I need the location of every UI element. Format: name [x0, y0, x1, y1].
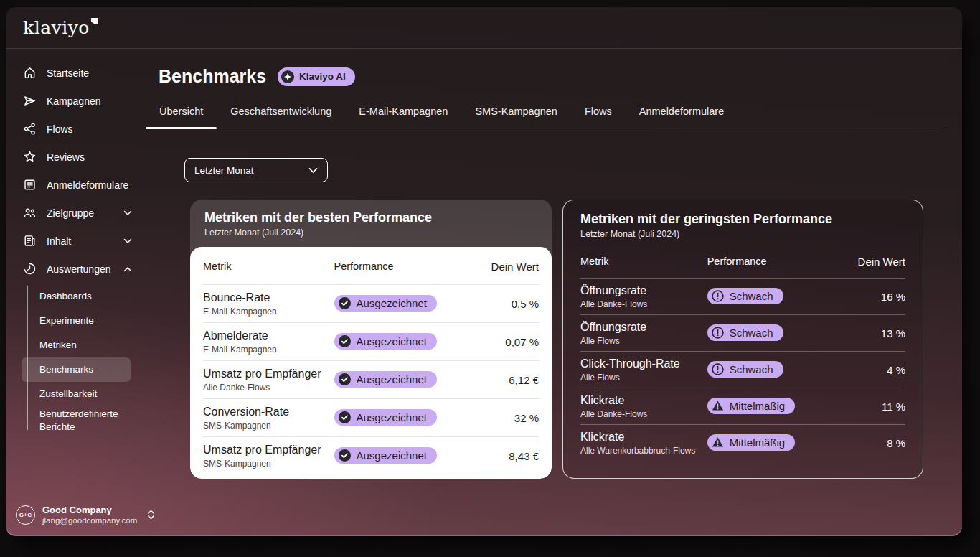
check-circle-icon — [339, 411, 351, 423]
metric-value: 13 % — [831, 327, 905, 340]
sidebar-item-label: Startseite — [47, 67, 89, 79]
main-content: Benchmarks Klaviyo AI ÜbersichtGeschäfts… — [142, 49, 962, 535]
warning-triangle-icon — [712, 436, 724, 449]
tab-anmeldeformulare[interactable]: Anmeldeformulare — [626, 101, 738, 128]
chevron-up-icon — [123, 266, 132, 272]
column-header-value: Dein Wert — [831, 256, 905, 268]
best-rows: Bounce-RateE-Mail-KampagnenAusgezeichnet… — [203, 284, 539, 474]
metric-name: Click-Through-Rate — [580, 357, 703, 370]
sidebar-item-label: Kampagnen — [47, 95, 101, 107]
status-label: Ausgezeichnet — [357, 335, 427, 347]
status-badge: Ausgezeichnet — [334, 371, 437, 388]
tab-bar: ÜbersichtGeschäftsentwicklungE-Mail-Kamp… — [146, 101, 943, 128]
sidebar: StartseiteKampagnenFlowsReviewsAnmeldefo… — [6, 49, 142, 535]
account-switcher[interactable]: G+C Good Company jlang@goodcompany.com — [16, 505, 155, 525]
chevron-down-icon — [123, 238, 132, 244]
table-row: Umsatz pro EmpfängerSMS-KampagnenAusgeze… — [203, 436, 539, 474]
sidebar-item-kampagnen[interactable]: Kampagnen — [6, 87, 142, 115]
metric-value: 8 % — [831, 437, 905, 449]
status-label: Ausgezeichnet — [357, 449, 427, 462]
tab-gesch-ftsentwicklung[interactable]: Geschäftsentwicklung — [217, 101, 345, 128]
status-badge: Ausgezeichnet — [334, 333, 437, 350]
page-title: Benchmarks — [159, 66, 266, 87]
status-label: Schwach — [730, 363, 773, 375]
best-performance-card: Metriken mit der besten Performance Letz… — [190, 200, 552, 479]
metric-cell: KlickrateAlle Warenkorbabbruch-Flows — [580, 430, 707, 456]
metric-scope: Alle Flows — [580, 373, 703, 383]
table-row: AbmelderateE-Mail-KampagnenAusgezeichnet… — [203, 322, 539, 360]
performance-cell: Schwach — [707, 288, 831, 305]
sidebar-item-reviews[interactable]: Reviews — [6, 143, 142, 171]
content-icon — [23, 234, 37, 248]
table-row: Conversion-RateSMS-KampagnenAusgezeichne… — [203, 398, 539, 436]
account-name: Good Company — [42, 505, 137, 515]
sidebar-item-flows[interactable]: Flows — [6, 115, 142, 143]
status-label: Mittelmäßig — [730, 400, 786, 412]
column-header-metric: Metrik — [203, 261, 334, 272]
klaviyo-ai-badge[interactable]: Klaviyo AI — [278, 67, 355, 86]
metric-cell: Conversion-RateSMS-Kampagnen — [203, 405, 334, 431]
performance-cell: Mittelmäßig — [707, 434, 831, 451]
sidebar-subitem-metriken[interactable]: Metriken — [22, 333, 131, 357]
sidebar-item-label: Zielgruppe — [47, 207, 94, 219]
sidebar-item-startseite[interactable]: Startseite — [6, 59, 142, 87]
check-circle-icon — [339, 297, 351, 309]
metric-scope: E-Mail-Kampagnen — [203, 345, 330, 355]
column-header-value: Dein Wert — [461, 261, 539, 273]
metric-scope: Alle Danke-Flows — [580, 299, 703, 309]
status-badge: Schwach — [707, 361, 783, 378]
sidebar-item-anmeldeformulare[interactable]: Anmeldeformulare — [6, 171, 142, 199]
metric-cell: ÖffnungsrateAlle Danke-Flows — [580, 284, 707, 309]
tab--bersicht[interactable]: Übersicht — [146, 101, 217, 128]
sidebar-subitem-benutzerdefinierte-berichte[interactable]: Benutzerdefinierte Berichte — [22, 406, 131, 434]
send-icon — [23, 94, 37, 108]
column-header-performance: Performance — [334, 261, 462, 272]
performance-cell: Schwach — [707, 324, 831, 342]
period-select-value: Letzter Monat — [194, 165, 254, 176]
sidebar-subitem-experimente[interactable]: Experimente — [22, 309, 131, 333]
check-circle-icon — [339, 373, 351, 385]
table-header: Metrik Performance Dein Wert — [203, 248, 539, 284]
table-row: KlickrateAlle Warenkorbabbruch-FlowsMitt… — [580, 424, 905, 461]
metric-cell: AbmelderateE-Mail-Kampagnen — [203, 329, 334, 355]
column-header-performance: Performance — [707, 256, 831, 267]
sidebar-item-label: Anmeldeformulare — [47, 179, 128, 191]
sidebar-subitem-zustellbarkeit[interactable]: Zustellbarkeit — [22, 382, 131, 406]
metric-cell: ÖffnungsrateAlle Flows — [580, 320, 707, 346]
sidebar-item-label: Auswertungen — [47, 263, 111, 275]
metric-scope: Alle Flows — [580, 336, 703, 346]
metric-value: 6,12 € — [461, 374, 539, 386]
metric-name: Klickrate — [580, 393, 703, 407]
metric-value: 32 % — [461, 412, 539, 424]
metric-scope: SMS-Kampagnen — [203, 421, 330, 431]
sidebar-subitem-dashboards[interactable]: Dashboards — [22, 284, 131, 309]
sidebar-item-zielgruppe[interactable]: Zielgruppe — [6, 199, 142, 227]
status-badge: Schwach — [707, 288, 783, 304]
metric-cell: KlickrateAlle Danke-Flows — [580, 393, 707, 419]
period-select[interactable]: Letzter Monat — [184, 158, 328, 182]
tab-sms-kampagnen[interactable]: SMS-Kampagnen — [461, 101, 570, 128]
table-row: Umsatz pro EmpfängerAlle Danke-FlowsAusg… — [203, 360, 539, 398]
sparkle-icon — [281, 70, 294, 83]
metric-name: Conversion-Rate — [203, 405, 330, 418]
metric-name: Öffnungsrate — [580, 320, 703, 334]
performance-cell: Ausgezeichnet — [334, 371, 462, 388]
metric-scope: SMS-Kampagnen — [203, 459, 330, 469]
status-badge: Mittelmäßig — [707, 434, 796, 451]
worst-rows: ÖffnungsrateAlle Danke-FlowsSchwach16 %Ö… — [580, 278, 905, 461]
metric-name: Umsatz pro Empfänger — [203, 443, 330, 457]
tab-e-mail-kampagnen[interactable]: E-Mail-Kampagnen — [345, 101, 461, 128]
metric-scope: Alle Warenkorbabbruch-Flows — [580, 446, 703, 456]
sidebar-item-auswertungen[interactable]: Auswertungen — [6, 255, 142, 283]
sidebar-subitem-benchmarks[interactable]: Benchmarks — [22, 357, 131, 382]
metric-cell: Bounce-RateE-Mail-Kampagnen — [203, 291, 334, 317]
tab-flows[interactable]: Flows — [571, 101, 626, 128]
metric-value: 0,5 % — [461, 298, 539, 310]
alert-circle-icon — [712, 363, 724, 375]
sidebar-item-inhalt[interactable]: Inhalt — [6, 227, 142, 255]
klaviyo-logo[interactable]: klaviyo — [23, 19, 98, 37]
metric-value: 8,43 € — [461, 450, 539, 462]
performance-cell: Ausgezeichnet — [334, 409, 462, 426]
flows-icon — [23, 122, 37, 136]
performance-cell: Schwach — [707, 361, 831, 378]
